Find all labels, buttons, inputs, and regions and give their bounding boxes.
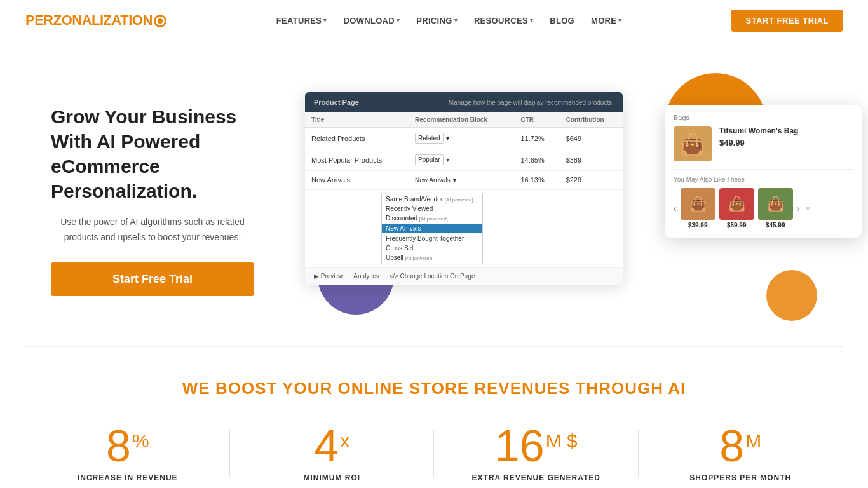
bag-icon: 👜 bbox=[680, 132, 705, 156]
stat-number: 4 x bbox=[243, 424, 422, 468]
chevron-down-icon: ▾ bbox=[454, 17, 458, 24]
stats-row: 8 % INCREASE IN REVENUE 4 x MINIMUM ROI … bbox=[25, 424, 843, 482]
chevron-down-icon: ▾ bbox=[530, 17, 533, 24]
dashboard-header-desc: Manage how the page will display recomme… bbox=[449, 99, 614, 106]
dropdown-item-recentlyviewed[interactable]: Recently Viewed bbox=[382, 204, 482, 214]
hero-section: Grow Your Business With AI Powered eComm… bbox=[0, 41, 868, 346]
reco-bag-img-3: 👜 bbox=[758, 188, 793, 220]
stat-item: 16 M $ EXTRA REVENUE GENERATED bbox=[434, 424, 639, 482]
stat-suffix: M bbox=[745, 431, 761, 451]
stat-value: 16 bbox=[495, 424, 545, 468]
decorative-circle-orange2 bbox=[766, 270, 817, 321]
stat-number: 16 M $ bbox=[447, 424, 626, 468]
reco-price-1: $39.99 bbox=[681, 222, 715, 229]
reco-item-3: 👜 $45.99 bbox=[758, 188, 793, 229]
hero-headline: Grow Your Business With AI Powered eComm… bbox=[51, 104, 254, 203]
stats-section: WE BOOST YOUR ONLINE STORE REVENUES THRO… bbox=[0, 347, 868, 488]
footer-change-location[interactable]: </> Change Location On Page bbox=[389, 273, 475, 280]
hero-content: Grow Your Business With AI Powered eComm… bbox=[51, 104, 254, 297]
reco-next-arrow[interactable]: › bbox=[797, 203, 800, 214]
reco-dot-indicator: • bbox=[806, 202, 810, 215]
reco-bag-icon-1: 👜 bbox=[689, 196, 707, 212]
chevron-down-icon: ▾ bbox=[397, 17, 400, 24]
footer-preview[interactable]: ▶ Preview bbox=[314, 273, 343, 280]
col-title: Title bbox=[305, 112, 409, 128]
dropdown-box[interactable]: Same Brand/Vendor [AI powered] Recently … bbox=[381, 193, 483, 264]
col-contribution: Contribution bbox=[560, 112, 623, 128]
reco-price-3: $45.99 bbox=[758, 222, 793, 229]
dashboard-header: Product Page Manage how the page will di… bbox=[305, 92, 623, 112]
nav-cta-button[interactable]: START FREE TRIAL bbox=[731, 10, 843, 32]
stat-label: EXTRA REVENUE GENERATED bbox=[447, 473, 626, 482]
chevron-down-icon: ▾ bbox=[323, 17, 327, 24]
logo[interactable]: PERZONALIZATION bbox=[25, 12, 166, 29]
dashboard-header-title: Product Page bbox=[314, 98, 359, 106]
table-row: Related Products Related▾ 11.72% $649 bbox=[305, 128, 623, 149]
product-image: 👜 bbox=[674, 126, 712, 161]
stats-headline: WE BOOST YOUR ONLINE STORE REVENUES THRO… bbox=[25, 379, 843, 398]
reco-items: ‹ 👜 $39.99 👜 $59.99 👜 $45.99 › • bbox=[674, 188, 853, 229]
reco-price-2: $59.99 bbox=[719, 222, 754, 229]
reco-bag-icon-2: 👜 bbox=[728, 196, 745, 212]
product-card: Bags 👜 Titsumi Women's Bag $49.99 You Ma… bbox=[665, 105, 862, 238]
chevron-down-icon: ▾ bbox=[618, 17, 621, 24]
dropdown-item-samebrand[interactable]: Same Brand/Vendor [AI powered] bbox=[382, 194, 482, 204]
logo-icon bbox=[154, 15, 166, 27]
dropdown-item-frequentlybought[interactable]: Frequently Bought Together bbox=[382, 234, 482, 243]
product-price: $49.99 bbox=[719, 138, 798, 147]
reco-bag-img-2: 👜 bbox=[719, 188, 754, 220]
stat-value: 4 bbox=[314, 424, 339, 468]
dropdown-overlay: Same Brand/Vendor [AI powered] Recently … bbox=[305, 189, 623, 267]
hero-subtext: Use the power of AI algorithms such as r… bbox=[51, 215, 254, 245]
nav-item-download[interactable]: DOWNLOAD▾ bbox=[337, 11, 407, 30]
reco-item-2: 👜 $59.99 bbox=[719, 188, 754, 229]
dropdown-item-crosssell[interactable]: Cross Sell bbox=[382, 243, 482, 253]
stat-item: 8 % INCREASE IN REVENUE bbox=[25, 424, 230, 482]
nav-item-blog[interactable]: BLOG bbox=[543, 11, 581, 30]
reco-bag-icon-3: 👜 bbox=[767, 196, 784, 212]
stat-suffix: M $ bbox=[546, 431, 578, 451]
table-row: New Arrivals New Arrivals▾ 16.13% $229 bbox=[305, 171, 623, 189]
nav-item-pricing[interactable]: PRICING▾ bbox=[410, 11, 464, 30]
stat-number: 8 M bbox=[651, 424, 831, 468]
dashboard-table: Title Recommendation Block CTR Contribut… bbox=[305, 112, 623, 189]
stat-label: MINIMUM ROI bbox=[243, 473, 422, 482]
hero-cta-button[interactable]: Start Free Trial bbox=[51, 262, 254, 296]
dropdown-item-upsell[interactable]: Upsell [AI powered] bbox=[382, 253, 482, 262]
product-name: Titsumi Women's Bag bbox=[719, 126, 798, 135]
stat-value: 8 bbox=[106, 424, 131, 468]
dashboard-mockup: Product Page Manage how the page will di… bbox=[305, 92, 623, 285]
reco-bag-img-1: 👜 bbox=[681, 188, 715, 220]
stat-label: INCREASE IN REVENUE bbox=[38, 473, 217, 482]
stat-value: 8 bbox=[719, 424, 744, 468]
dropdown-item-newarrivals[interactable]: New Arrivals bbox=[382, 224, 482, 233]
stat-item: 4 x MINIMUM ROI bbox=[230, 424, 435, 482]
product-main: 👜 Titsumi Women's Bag $49.99 bbox=[674, 126, 853, 170]
stat-label: SHOPPERS PER MONTH bbox=[651, 473, 831, 482]
navbar: PERZONALIZATION FEATURES▾DOWNLOAD▾PRICIN… bbox=[0, 0, 868, 41]
col-block: Recommendation Block bbox=[409, 112, 514, 128]
nav-item-features[interactable]: FEATURES▾ bbox=[270, 11, 334, 30]
reco-prev-arrow[interactable]: ‹ bbox=[674, 203, 677, 214]
nav-item-resources[interactable]: RESOURCES▾ bbox=[468, 11, 539, 30]
reco-item-1: 👜 $39.99 bbox=[681, 188, 715, 229]
dropdown-item-discounted[interactable]: Discounted [AI powered] bbox=[382, 214, 482, 223]
nav-links: FEATURES▾DOWNLOAD▾PRICING▾RESOURCES▾BLOG… bbox=[270, 11, 628, 30]
dashboard-footer: ▶ Preview Analytics </> Change Location … bbox=[305, 267, 623, 285]
stat-suffix: x bbox=[340, 431, 349, 451]
stat-item: 8 M SHOPPERS PER MONTH bbox=[639, 424, 843, 482]
col-ctr: CTR bbox=[514, 112, 559, 128]
nav-item-more[interactable]: MORE▾ bbox=[585, 11, 628, 30]
hero-visual: Product Page Manage how the page will di… bbox=[280, 79, 843, 321]
footer-analytics[interactable]: Analytics bbox=[353, 273, 379, 280]
product-card-category: Bags bbox=[674, 114, 853, 121]
product-info: Titsumi Women's Bag $49.99 bbox=[719, 126, 798, 147]
stat-suffix: % bbox=[132, 431, 149, 451]
logo-text: PERZONALIZATION bbox=[25, 12, 153, 29]
table-row: Most Popular Products Popular▾ 14.65% $3… bbox=[305, 149, 623, 171]
stat-number: 8 % bbox=[38, 424, 217, 468]
reco-section-title: You May Also Like These bbox=[674, 176, 853, 183]
